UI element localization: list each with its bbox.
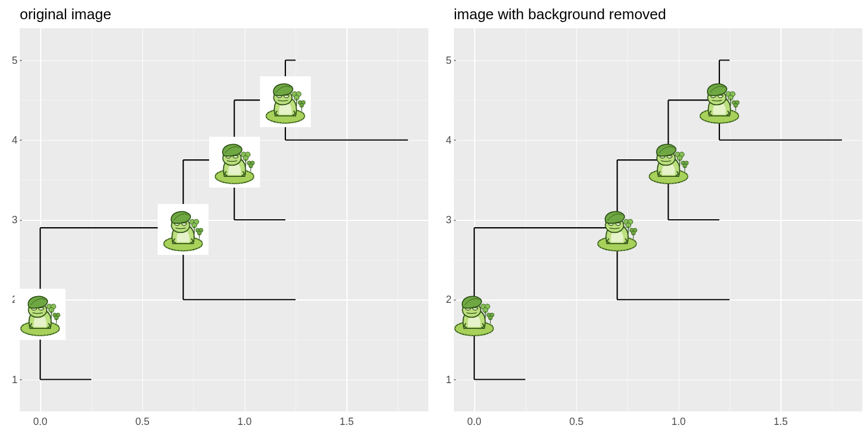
panel-title: original image: [20, 6, 111, 23]
x-tick-label: 1.0: [237, 411, 251, 428]
frog-icon: [643, 137, 694, 188]
x-tick-label: 0.5: [135, 411, 149, 428]
frog-icon: [694, 76, 745, 127]
y-tick-label: 1: [12, 374, 20, 385]
plot-area: 123450.00.51.01.5: [454, 28, 862, 411]
facet-panel-original: original image 123450.00.51.01.5: [0, 0, 434, 434]
x-tick-label: 0.0: [33, 411, 47, 428]
x-tick-label: 0.5: [569, 411, 583, 428]
y-tick-label: 1: [446, 374, 454, 385]
x-tick-label: 1.5: [774, 411, 788, 428]
y-tick-label: 5: [12, 54, 20, 66]
frog-icon: [209, 137, 260, 188]
frog-icon: [15, 289, 66, 340]
y-tick-label: 3: [446, 214, 454, 226]
facet-panel-no-bg: image with background removed 123450.00.…: [434, 0, 868, 434]
y-tick-label: 5: [446, 54, 454, 66]
y-tick-label: 4: [12, 134, 20, 146]
x-tick-label: 1.0: [671, 411, 685, 428]
y-tick-label: 3: [12, 214, 20, 226]
frog-icon: [260, 76, 311, 127]
y-tick-label: 4: [446, 134, 454, 146]
frog-icon: [449, 289, 500, 340]
x-tick-label: 0.0: [467, 411, 481, 428]
plot-area: 123450.00.51.01.5: [20, 28, 428, 411]
panel-title: image with background removed: [454, 6, 666, 23]
x-tick-label: 1.5: [340, 411, 354, 428]
frog-icon: [592, 204, 643, 255]
frog-icon: [158, 204, 209, 255]
